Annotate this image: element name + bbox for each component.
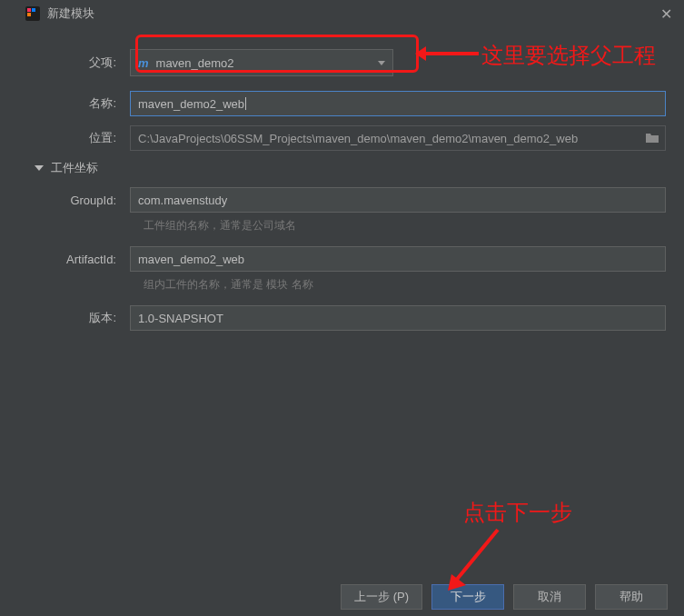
groupid-label: GroupId: — [25, 194, 130, 207]
groupid-value: com.mavenstudy — [138, 194, 227, 207]
location-value: C:\JavaProjects\06SSM_Projects\maven_dem… — [138, 132, 578, 145]
parent-label: 父项: — [25, 55, 130, 71]
maven-icon: m — [138, 56, 149, 70]
artifact-coords-toggle[interactable]: 工件坐标 — [35, 160, 666, 176]
artifactid-label: ArtifactId: — [25, 253, 130, 266]
new-module-dialog: 新建模块 ✕ 父项: m maven_demo2 名称: maven_demo2… — [16, 0, 684, 616]
svg-rect-1 — [27, 8, 31, 12]
name-input[interactable]: maven_demo2_web — [130, 91, 666, 116]
dialog-content: 父项: m maven_demo2 名称: maven_demo2_web 位置… — [16, 27, 684, 331]
ide-left-strip — [0, 0, 16, 616]
groupid-hint: 工件组的名称，通常是公司域名 — [144, 218, 666, 233]
svg-rect-3 — [32, 8, 35, 12]
artifactid-hint: 组内工件的名称，通常是 模块 名称 — [144, 277, 666, 293]
browse-folder-icon[interactable] — [645, 131, 659, 146]
close-button[interactable]: ✕ — [657, 5, 675, 23]
version-input[interactable]: 1.0-SNAPSHOT — [130, 305, 666, 331]
location-label: 位置: — [25, 130, 130, 146]
titlebar: 新建模块 ✕ — [16, 0, 684, 27]
name-label: 名称: — [25, 95, 130, 112]
artifactid-input[interactable]: maven_demo2_web — [130, 246, 666, 272]
coords-section: GroupId: com.mavenstudy 工件组的名称，通常是公司域名 A… — [25, 187, 666, 331]
dialog-title: 新建模块 — [47, 5, 657, 22]
location-input[interactable]: C:\JavaProjects\06SSM_Projects\maven_dem… — [130, 125, 666, 151]
text-caret — [245, 97, 246, 110]
parent-dropdown[interactable]: m maven_demo2 — [130, 49, 393, 76]
annotation-text-next: 点击下一步 — [463, 498, 572, 527]
prev-button[interactable]: 上一步 (P) — [341, 584, 422, 610]
expand-triangle-icon — [35, 165, 44, 171]
intellij-icon — [25, 6, 40, 21]
cancel-button[interactable]: 取消 — [513, 584, 586, 610]
name-value: maven_demo2_web — [138, 97, 244, 111]
svg-line-4 — [455, 530, 498, 581]
button-bar: 上一步 (P) 下一步 取消 帮助 — [33, 578, 684, 616]
parent-value: maven_demo2 — [156, 56, 234, 70]
groupid-input[interactable]: com.mavenstudy — [130, 187, 666, 213]
help-button[interactable]: 帮助 — [595, 584, 668, 610]
version-value: 1.0-SNAPSHOT — [138, 312, 223, 325]
artifactid-value: maven_demo2_web — [138, 253, 244, 266]
coords-section-label: 工件坐标 — [51, 160, 98, 176]
next-button[interactable]: 下一步 — [431, 584, 504, 610]
version-label: 版本: — [25, 310, 130, 326]
svg-rect-2 — [27, 13, 31, 16]
chevron-down-icon — [378, 61, 385, 65]
